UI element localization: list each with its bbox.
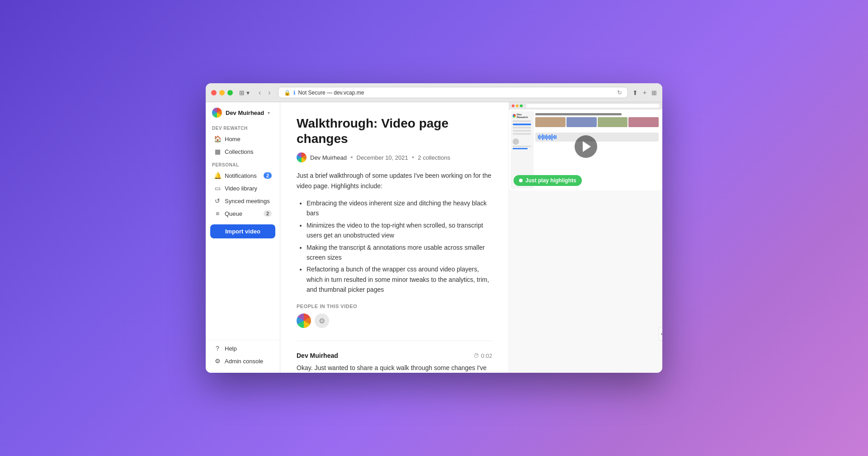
notification-badge: 2: [264, 172, 272, 179]
wbar: [549, 135, 550, 140]
fullscreen-button[interactable]: [227, 90, 233, 95]
wbar: [556, 135, 557, 139]
traffic-lights: [211, 90, 233, 95]
minimize-button[interactable]: [219, 90, 225, 95]
video-meta: Dev Muirhead • December 10, 2021 • 2 col…: [297, 152, 492, 162]
sidebar-item-label: Collections: [225, 148, 254, 155]
nav-buttons: ‹ ›: [256, 88, 274, 98]
forward-button[interactable]: ›: [265, 88, 273, 98]
sidebar-item-notifications[interactable]: 🔔 Notifications 2: [208, 169, 278, 182]
wbar: [545, 135, 546, 139]
meta-author: Dev Muirhead: [310, 154, 347, 161]
person-avatar-1[interactable]: [297, 314, 311, 328]
mini-sidebar-item3: [513, 130, 531, 132]
app-body: Dev Muirhead ▾ DEV REWATCH 🏠 Home ▦ Coll…: [206, 102, 662, 373]
wbar: [539, 134, 540, 140]
expand-panel-button[interactable]: ↦: [659, 327, 662, 341]
play-button[interactable]: [575, 135, 597, 158]
workspace-header[interactable]: Dev Muirhead ▾: [206, 102, 280, 121]
close-button[interactable]: [211, 90, 217, 95]
share-button[interactable]: ⬆: [632, 89, 638, 97]
mini-sidebar-item2: [513, 127, 531, 128]
video-title: Walkthrough: Video page changes: [297, 116, 492, 146]
sidebar-item-home[interactable]: 🏠 Home: [208, 133, 278, 145]
sidebar-bottom: ? Help ⚙ Admin console: [206, 340, 280, 369]
sidebar-item-queue[interactable]: ≡ Queue 2: [208, 207, 278, 220]
sync-icon: ↺: [214, 197, 221, 204]
mini-waveform: [535, 133, 659, 142]
sidebar-item-label: Admin console: [225, 358, 263, 365]
play-icon: [583, 141, 591, 152]
sidebar-item-label: Home: [225, 136, 241, 142]
transcript-section: Dev Muirhead ⏱ 0:02 Okay. Just wanted to…: [297, 341, 492, 373]
workspace-avatar: [212, 108, 222, 118]
people-label: PEOPLE IN THIS VIDEO: [297, 304, 492, 309]
mini-sidebar-item: [513, 120, 531, 122]
collections-icon: ▦: [214, 148, 221, 155]
meta-separator: •: [350, 153, 353, 162]
mini-chrome: [509, 102, 662, 109]
reload-icon[interactable]: ↻: [617, 89, 622, 96]
wbar: [554, 135, 555, 139]
transcript-header: Dev Muirhead ⏱ 0:02: [297, 352, 492, 359]
article-section: Walkthrough: Video page changes Dev Muir…: [280, 102, 509, 373]
person-avatar-image: [297, 314, 311, 328]
video-description: Just a brief walkthrough of some updates…: [297, 171, 492, 191]
new-tab-button[interactable]: ＋: [642, 89, 648, 97]
queue-badge: 2: [264, 210, 272, 217]
queue-icon: ≡: [214, 210, 221, 217]
sidebar-item-synced-meetings[interactable]: ↺ Synced meetings: [208, 195, 278, 207]
transcript-entry-1: Dev Muirhead ⏱ 0:02 Okay. Just wanted to…: [297, 352, 492, 373]
mini-bar1: [513, 146, 531, 147]
sidebar-item-admin[interactable]: ⚙ Admin console: [208, 355, 278, 367]
sidebar: Dev Muirhead ▾ DEV REWATCH 🏠 Home ▦ Coll…: [206, 102, 280, 373]
import-video-button[interactable]: Import video: [210, 224, 275, 238]
sidebar-item-label: Queue: [225, 210, 242, 217]
mini-thumb-2: [566, 117, 597, 127]
section-dev-label: DEV REWATCH: [206, 121, 280, 133]
mini-sidebar-item-active: [513, 124, 531, 125]
sidebar-item-label: Synced meetings: [225, 198, 270, 204]
video-thumbnail: Dev Rewatch: [509, 102, 662, 190]
mini-logo: [513, 114, 516, 118]
main-content: Walkthrough: Video page changes Dev Muir…: [280, 102, 662, 373]
security-icon: 🔒: [284, 90, 291, 96]
list-item: Minimizes the video to the top-right whe…: [307, 220, 492, 241]
mini-spacer: [535, 127, 659, 133]
list-item: Embracing the videos inherent size and d…: [307, 198, 492, 218]
meta-date: December 10, 2021: [357, 154, 408, 161]
wbar: [546, 134, 547, 140]
tab-toggle-button[interactable]: ⊞ ▾: [237, 88, 251, 97]
sidebar-item-label: Help: [225, 345, 237, 352]
mini-video-grid: [535, 117, 659, 127]
chevron-down-icon: ▾: [268, 110, 270, 115]
bullet-list: Embracing the videos inherent size and d…: [297, 198, 492, 295]
mini-workspace-name: Dev Rewatch: [517, 113, 531, 119]
person-avatar-gear[interactable]: ⚙: [315, 314, 329, 328]
meta-separator2: •: [412, 153, 415, 162]
wbar: [542, 134, 543, 140]
mini-avatar-section: [513, 138, 531, 149]
back-button[interactable]: ‹: [256, 88, 264, 98]
grid-button[interactable]: ⊞: [651, 89, 657, 97]
list-item: Refactoring a bunch of the wrapper css a…: [307, 264, 492, 294]
sidebar-item-collections[interactable]: ▦ Collections: [208, 145, 278, 158]
mini-thumb-3: [598, 117, 628, 127]
gear-icon: ⚙: [214, 357, 221, 365]
home-icon: 🏠: [214, 135, 221, 142]
wbar: [553, 136, 554, 138]
transcript-author: Dev Muirhead: [297, 352, 338, 359]
browser-chrome: ⊞ ▾ ‹ › 🔒 ℹ Not Secure — dev.vcap.me ↻ ⬆…: [206, 83, 662, 102]
mini-thumb-4: [628, 117, 659, 127]
bell-icon: 🔔: [214, 172, 221, 179]
transcript-text: Okay. Just wanted to share a quick walk …: [297, 363, 492, 373]
mini-fullscreen: [520, 104, 523, 107]
sidebar-item-video-library[interactable]: ▭ Video library: [208, 182, 278, 195]
mini-sidebar-item4: [513, 133, 531, 135]
address-bar[interactable]: 🔒 ℹ Not Secure — dev.vcap.me ↻: [278, 87, 628, 98]
mini-thumb-1: [535, 117, 566, 127]
info-icon: ℹ: [293, 90, 296, 96]
author-avatar: [297, 152, 307, 162]
highlights-button[interactable]: Just play highlights: [514, 175, 582, 186]
sidebar-item-help[interactable]: ? Help: [208, 342, 278, 355]
